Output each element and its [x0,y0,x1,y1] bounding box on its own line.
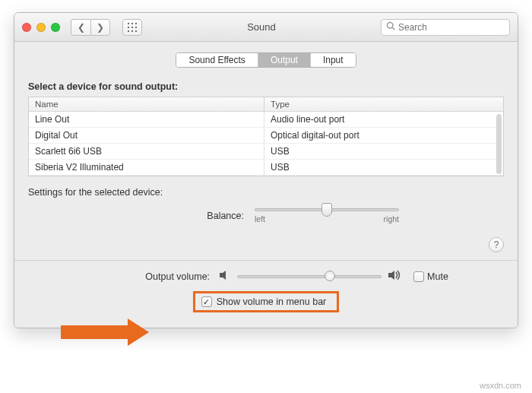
nav-buttons: ❮ ❯ [71,19,110,36]
watermark: wsxdn.com [480,381,521,390]
volume-thumb[interactable] [325,271,335,281]
search-input[interactable] [398,22,512,33]
svg-marker-11 [220,271,226,280]
titlebar: ❮ ❯ Sound [14,13,518,42]
tab-bar: Sound Effects Output Input [14,42,518,75]
balance-label: Balance: [133,211,255,221]
grid-icon [128,23,137,32]
show-volume-label: Show volume in menu bar [217,296,327,307]
forward-button[interactable]: ❯ [90,19,110,36]
table-row[interactable]: Line Out Audio line-out port [29,112,503,128]
table-row[interactable]: Scarlett 6i6 USB USB [29,144,503,160]
svg-rect-0 [128,23,129,24]
search-field[interactable] [381,19,510,36]
back-button[interactable]: ❮ [71,19,90,36]
table-row[interactable]: Siberia V2 Illuminated USB [29,160,503,176]
device-name: Line Out [29,112,264,127]
svg-rect-6 [128,30,129,32]
device-name: Siberia V2 Illuminated [29,160,264,175]
help-icon: ? [494,239,499,250]
svg-line-10 [392,27,394,30]
balance-row: Balance: left right [28,204,504,227]
chevron-left-icon: ❮ [78,22,85,33]
tab-sound-effects[interactable]: Sound Effects [176,53,258,67]
svg-point-9 [388,23,394,29]
annotation-arrow [61,319,152,345]
divider [14,260,518,261]
scrollbar[interactable] [496,114,502,174]
search-icon [386,21,395,33]
device-name: Scarlett 6i6 USB [29,144,264,159]
show-volume-highlight: ✓ Show volume in menu bar [193,291,340,312]
close-icon[interactable] [22,23,31,32]
svg-rect-7 [131,30,133,32]
window-controls [22,23,60,32]
speaker-low-icon [219,270,231,284]
output-volume-row: Output volume: Mute [28,270,504,284]
output-devices-table: Name Type Line Out Audio line-out port D… [28,97,504,176]
mute-label: Mute [427,271,448,282]
device-select-label: Select a device for sound output: [28,78,504,97]
device-type: Audio line-out port [264,112,503,127]
svg-rect-4 [131,27,133,28]
output-volume-label: Output volume: [84,271,213,282]
svg-rect-8 [135,30,137,32]
show-all-button[interactable] [122,19,142,36]
show-volume-checkbox[interactable]: ✓ [201,296,212,307]
balance-slider[interactable]: left right [255,208,399,223]
output-panel: Select a device for sound output: Name T… [14,75,518,328]
window-title: Sound [148,21,375,33]
svg-rect-3 [128,27,129,28]
svg-rect-5 [135,27,137,28]
settings-label: Settings for the selected device: [28,176,504,204]
balance-right-label: right [384,214,399,223]
tab-output[interactable]: Output [258,53,311,67]
chevron-right-icon: ❯ [97,22,104,33]
device-type: USB [264,144,503,159]
mute-checkbox[interactable] [413,271,424,282]
balance-thumb[interactable] [321,203,332,217]
help-button[interactable]: ? [489,237,504,252]
minimize-icon[interactable] [36,23,46,32]
svg-rect-2 [135,23,137,24]
device-name: Digital Out [29,128,264,143]
tab-input[interactable]: Input [311,53,356,67]
device-type: USB [264,160,503,175]
svg-rect-1 [131,23,133,24]
table-row[interactable]: Digital Out Optical digital-out port [29,128,503,144]
svg-marker-12 [388,271,394,280]
sound-preferences-window: ❮ ❯ Sound Sound Effects Output Input [14,12,518,328]
column-header-name[interactable]: Name [29,97,264,111]
balance-left-label: left [255,214,265,223]
output-volume-slider[interactable] [237,275,382,278]
zoom-icon[interactable] [51,23,60,32]
column-header-type[interactable]: Type [264,97,503,111]
device-type: Optical digital-out port [264,128,503,143]
speaker-high-icon [388,270,403,284]
